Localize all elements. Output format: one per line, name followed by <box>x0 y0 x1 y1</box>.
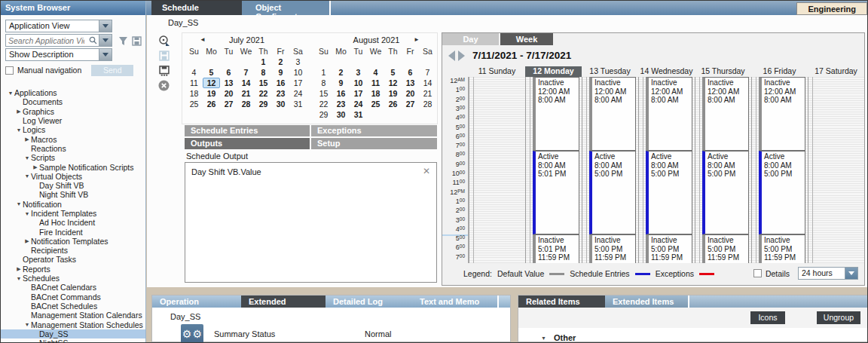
summary-status-row[interactable]: ⚙ ⚙ Summary Status Normal <box>181 324 391 343</box>
save-view-icon[interactable] <box>131 35 142 46</box>
time-range-dropdown[interactable]: 24 hours <box>798 267 858 280</box>
search-icon[interactable] <box>87 35 99 46</box>
collapse-triangle-icon[interactable]: ▼ <box>15 201 23 207</box>
calendar-day-cell[interactable]: 15 <box>315 88 332 99</box>
calendar-day-cell[interactable]: 3 <box>350 67 367 78</box>
schedule-event-inactive[interactable]: Inactive5:00 PM11:59 PM <box>759 234 805 263</box>
time-range-dropdown-button[interactable] <box>845 268 857 279</box>
calendar-day-cell[interactable]: 1 <box>255 57 272 67</box>
tab-day[interactable]: Day <box>442 33 499 45</box>
save-as-icon[interactable] <box>157 64 170 77</box>
calendar-day-cell[interactable]: 8 <box>255 67 272 78</box>
tree-item-macros[interactable]: ▶Macros <box>1 134 145 143</box>
calendar-day-cell[interactable]: 25 <box>185 99 203 109</box>
calendar-day-cell[interactable]: 23 <box>272 88 289 99</box>
search-input[interactable] <box>6 35 87 46</box>
day-column[interactable]: Inactive12:00 AM8:00 AMActive8:00 AM5:00… <box>751 77 808 263</box>
calendar-day-cell[interactable]: 23 <box>332 99 350 109</box>
tree-item-bacnet-schedules[interactable]: BACnet Schedules <box>1 302 145 311</box>
tab-text-and-memo[interactable]: Text and Memo <box>412 296 499 308</box>
calendar-day-cell[interactable]: 11 <box>185 78 203 88</box>
calendar-day-cell[interactable]: 14 <box>419 78 436 88</box>
calendar-day-cell[interactable]: 13 <box>402 78 419 88</box>
calendar-day-cell[interactable]: 22 <box>255 88 272 99</box>
schedule-event-inactive[interactable]: Inactive12:00 AM8:00 AM <box>589 77 636 151</box>
collapse-triangle-icon[interactable]: ▼ <box>23 211 31 216</box>
tree-item-night-shift-vb[interactable]: Night Shift VB <box>1 190 145 199</box>
description-dropdown-button[interactable] <box>99 49 112 60</box>
vertical-splitter-bottom[interactable] <box>511 295 518 342</box>
calendar-day-cell[interactable]: 31 <box>350 109 367 120</box>
tab-outputs[interactable]: Outputs <box>185 138 310 149</box>
calendar-day-cell[interactable]: 27 <box>220 99 237 109</box>
tab-related-items[interactable]: Related Items <box>518 296 605 308</box>
calendar-day-cell[interactable]: 6 <box>402 67 419 78</box>
day-header-13-tuesday[interactable]: 13 Tuesday <box>582 66 638 77</box>
tab-detailed-log[interactable]: Detailed Log <box>326 296 412 308</box>
tree-item-notification[interactable]: ▼Notification <box>1 200 145 209</box>
collapse-triangle-icon[interactable]: ▼ <box>7 90 14 96</box>
schedule-event-inactive[interactable]: Inactive5:01 PM11:59 PM <box>533 234 579 263</box>
calendar-day-cell[interactable]: 21 <box>237 88 255 99</box>
schedule-event-inactive[interactable]: Inactive12:00 AM8:00 AM <box>533 77 579 151</box>
calendar-day-cell[interactable]: 29 <box>255 99 272 109</box>
calendar-day-cell[interactable]: 24 <box>350 99 367 109</box>
calendar-day-cell[interactable]: 29 <box>315 109 332 120</box>
view-dropdown[interactable]: Application View <box>5 20 112 32</box>
calendar-day-cell[interactable]: 9 <box>332 78 350 88</box>
horizontal-splitter[interactable] <box>151 287 868 295</box>
schedule-event-active[interactable]: Active8:00 AM5:00 PM <box>589 151 636 234</box>
tree-item-reports[interactable]: ▶Reports <box>1 265 145 274</box>
tab-extended-operation[interactable]: Extended Operation <box>241 296 326 308</box>
day-column[interactable]: Inactive12:00 AM8:00 AMActive8:00 AM5:00… <box>695 77 751 263</box>
schedule-event-inactive[interactable]: Inactive12:00 AM8:00 AM <box>702 77 749 151</box>
expand-triangle-icon[interactable]: ▶ <box>32 164 39 170</box>
calendar-day-cell[interactable]: 5 <box>203 67 220 78</box>
calendar-day-cell[interactable]: 13 <box>220 78 237 88</box>
tree-item-day-ss[interactable]: Day_SS <box>1 329 145 338</box>
output-item[interactable]: Day Shift VB.Value✕ <box>185 163 436 181</box>
collapse-triangle-icon[interactable]: ▼ <box>23 173 31 179</box>
calendar-day-cell[interactable]: 16 <box>332 88 350 99</box>
calendar-day-cell[interactable]: 20 <box>402 88 419 99</box>
calendar-day-cell[interactable]: 22 <box>315 99 332 109</box>
day-header-14-wednesday[interactable]: 14 Wednesday <box>638 66 695 77</box>
calendar-day-cell[interactable]: 2 <box>332 67 350 78</box>
schedule-event-inactive[interactable]: Inactive5:00 PM11:59 PM <box>646 234 692 263</box>
schedule-event-inactive[interactable]: Inactive12:00 AM8:00 AM <box>646 77 692 151</box>
calendar-day-cell[interactable]: 6 <box>220 67 237 78</box>
calendar-day-cell[interactable]: 18 <box>185 88 203 99</box>
view-dropdown-button[interactable] <box>99 20 112 32</box>
day-header-12-monday[interactable]: 12 Monday <box>525 66 582 77</box>
calendar-day-cell[interactable]: 18 <box>367 88 384 99</box>
schedule-event-active[interactable]: Active8:00 AM5:00 PM <box>759 151 805 234</box>
tree-item-management-station-calendars[interactable]: Management Station Calendars <box>1 311 145 320</box>
calendar-day-cell[interactable]: 5 <box>384 67 402 78</box>
day-column[interactable] <box>469 77 525 263</box>
calendar-day-cell[interactable]: 30 <box>272 99 289 109</box>
schedule-event-inactive[interactable]: Inactive5:00 PM11:59 PM <box>702 234 749 263</box>
schedule-event-active[interactable]: Active8:00 AM5:00 PM <box>702 151 749 234</box>
tree-item-applications[interactable]: ▼Applications <box>1 88 145 97</box>
tab-object-configurator[interactable]: Object Configurator <box>242 1 331 15</box>
tree-item-notification-templates[interactable]: ▶Notification Templates <box>1 237 145 246</box>
day-column[interactable]: Inactive12:00 AM8:00 AMActive8:00 AM5:00… <box>638 77 695 263</box>
tree-item-incident-templates[interactable]: ▼Incident Templates <box>1 209 145 218</box>
calendar-day-cell[interactable]: 30 <box>332 109 350 120</box>
tab-exceptions[interactable]: Exceptions <box>311 125 437 136</box>
calendar-day-cell[interactable]: 8 <box>315 78 332 88</box>
collapse-triangle-icon[interactable]: ▼ <box>23 322 31 327</box>
day-header-11-sunday[interactable]: 11 Sunday <box>469 66 525 77</box>
calendar-day-cell[interactable]: 4 <box>367 67 384 78</box>
calendar-day-cell[interactable]: 12 <box>384 78 402 88</box>
calendar-day-cell[interactable]: 2 <box>272 57 289 67</box>
tab-operation[interactable]: Operation <box>152 296 241 308</box>
tree-item-recipients[interactable]: Recipients <box>1 246 145 255</box>
schedule-event-inactive[interactable]: Inactive5:00 PM11:59 PM <box>589 234 636 263</box>
calendar-day-cell[interactable]: 17 <box>289 78 307 88</box>
tree-item-schedules[interactable]: ▼Schedules <box>1 274 145 283</box>
calendar-day-cell[interactable]: 1 <box>315 67 332 78</box>
calendar-day-cell[interactable]: 28 <box>419 99 436 109</box>
tree-item-reactions[interactable]: Reactions <box>1 144 145 153</box>
tree-item-management-station-schedules[interactable]: ▼Management Station Schedules <box>1 320 145 329</box>
